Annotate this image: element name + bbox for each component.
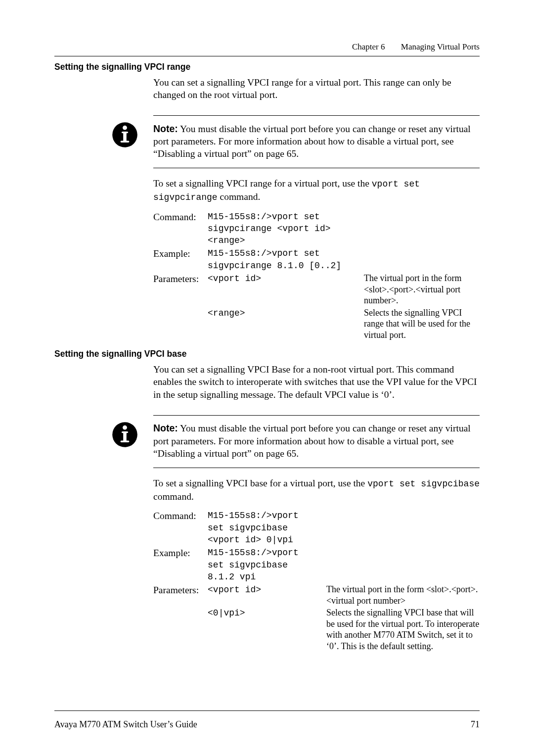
cmd-table-a: Command: M15-155s8:/>vport set sigvpcira… <box>153 211 480 341</box>
param-arg: <range> <box>208 307 364 342</box>
note-body: You must disable the virtual port before… <box>153 124 471 159</box>
chapter-text: Chapter 6 <box>352 42 385 51</box>
info-icon <box>111 121 138 148</box>
note-body: You must disable the virtual port before… <box>153 423 471 459</box>
after-note-b: To set a signalling VPCI base for a virt… <box>153 477 480 503</box>
note-rule-bot <box>153 468 480 468</box>
after-note-a: To set a signalling VPCI range for a vir… <box>153 177 480 204</box>
note-block-a: Note: You must disable the virtual port … <box>54 115 480 168</box>
param-arg: <0|vpi> <box>208 607 326 653</box>
svg-rect-9 <box>121 440 130 442</box>
param-desc: Selects the signalling VPCI range that w… <box>364 307 480 342</box>
command-text: M15-155s8:/>vport set sigvpcirange <vpor… <box>208 211 364 248</box>
note-rule-bot <box>153 168 480 168</box>
svg-rect-8 <box>123 431 127 441</box>
table-row: Command: M15-155s8:/>vport set sigvpcira… <box>153 211 480 248</box>
note-label: Note: <box>153 123 178 134</box>
label-example: Example: <box>153 547 208 584</box>
label-parameters: Parameters: <box>153 273 208 307</box>
label-command: Command: <box>153 211 208 248</box>
table-row: Command: M15-155s8:/>vport set sigvpciba… <box>153 510 480 547</box>
table-row: Parameters: <vport id> The virtual port … <box>153 273 480 307</box>
note-content-a: Note: You must disable the virtual port … <box>153 121 480 163</box>
section-a-title: Setting the signalling VPCI range <box>54 61 480 73</box>
example-text: M15-155s8:/>vport set sigvpcibase 8.1.2 … <box>208 547 326 584</box>
after-note-b-text1: To set a signalling VPCI base for a virt… <box>153 478 367 488</box>
label-parameters: Parameters: <box>153 584 208 607</box>
section-a-intro: You can set a signalling VPCI range for … <box>153 76 480 101</box>
svg-rect-3 <box>123 132 127 142</box>
svg-point-1 <box>123 126 127 130</box>
note-rule-top <box>153 415 480 416</box>
after-note-a-text1: To set a signalling VPCI range for a vir… <box>153 178 372 189</box>
section-b-title: Setting the signalling VPCI base <box>54 348 480 360</box>
param-arg: <vport id> <box>208 584 326 607</box>
after-note-b-text2: command. <box>153 491 194 502</box>
label-command: Command: <box>153 510 208 547</box>
note-block-b: Note: You must disable the virtual port … <box>54 415 480 468</box>
label-empty <box>153 607 208 653</box>
footer-rule <box>54 710 480 711</box>
table-row: Example: M15-155s8:/>vport set sigvpciba… <box>153 547 480 584</box>
footer-page-number: 71 <box>471 718 480 730</box>
example-text: M15-155s8:/>vport set sigvpcirange 8.1.0… <box>208 247 364 273</box>
page-footer: Avaya M770 ATM Switch User’s Guide 71 <box>54 718 480 730</box>
svg-point-6 <box>123 425 127 430</box>
after-note-b-cmd: vport set sigvpcibase <box>367 479 480 489</box>
table-row: <0|vpi> Selects the signalling VPCI base… <box>153 607 480 653</box>
param-desc: The virtual port in the form <slot>.<por… <box>364 273 480 307</box>
svg-rect-4 <box>121 141 130 142</box>
label-empty <box>153 307 208 342</box>
table-row: Parameters: <vport id> The virtual port … <box>153 584 480 607</box>
param-desc: The virtual port in the form <slot>.<por… <box>326 584 480 607</box>
cmd-table-b: Command: M15-155s8:/>vport set sigvpciba… <box>153 510 480 653</box>
footer-left: Avaya M770 ATM Switch User’s Guide <box>54 718 197 730</box>
label-example: Example: <box>153 247 208 273</box>
section-b-intro: You can set a signalling VPCI Base for a… <box>153 363 480 401</box>
page: Chapter 6 Managing Virtual Ports Setting… <box>0 0 534 756</box>
after-note-a-text2: command. <box>218 191 261 202</box>
note-rule-top <box>153 115 480 116</box>
chapter-title: Managing Virtual Ports <box>401 42 480 51</box>
note-label: Note: <box>153 423 178 433</box>
header-rule <box>54 56 480 56</box>
table-row: Example: M15-155s8:/>vport set sigvpcira… <box>153 247 480 273</box>
note-content-b: Note: You must disable the virtual port … <box>153 420 480 463</box>
info-icon <box>111 421 138 448</box>
table-row: <range> Selects the signalling VPCI rang… <box>153 307 480 342</box>
command-text: M15-155s8:/>vport set sigvpcibase <vport… <box>208 510 326 547</box>
running-header: Chapter 6 Managing Virtual Ports <box>54 42 480 53</box>
param-arg: <vport id> <box>208 273 364 307</box>
param-desc: Selects the signalling VPCI base that wi… <box>326 607 480 653</box>
